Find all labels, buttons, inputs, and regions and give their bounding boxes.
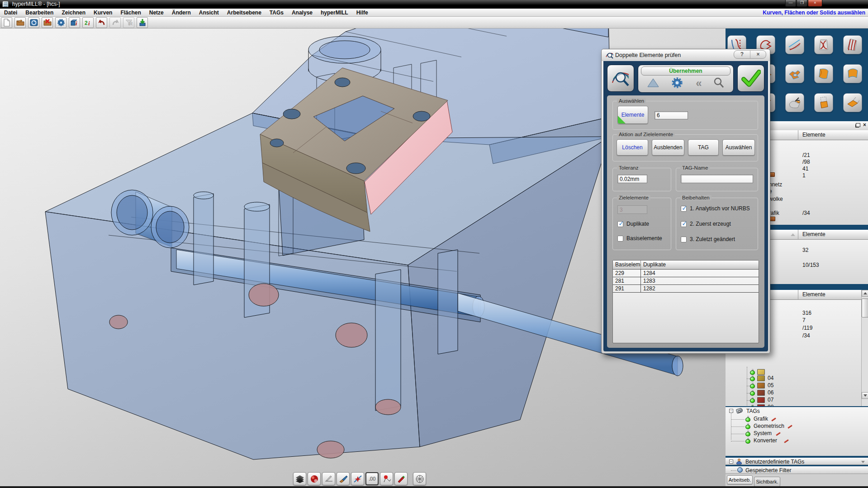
duplikate-checkbox[interactable]: Duplikate bbox=[617, 221, 649, 227]
open-folder-icon[interactable] bbox=[14, 17, 26, 28]
point-path-icon[interactable] bbox=[380, 472, 393, 485]
saved-filters-row[interactable]: Gespeicherte Filter bbox=[726, 466, 868, 474]
dropdown-icon[interactable] bbox=[861, 461, 865, 463]
dialog-search-button[interactable] bbox=[607, 65, 634, 92]
layer-row[interactable]: 04 bbox=[726, 375, 868, 382]
brush-icon[interactable] bbox=[337, 472, 350, 485]
tool-curve-on-surface-icon[interactable] bbox=[785, 35, 804, 54]
undo-icon[interactable] bbox=[96, 17, 107, 28]
list3-col-elemente[interactable]: Elemente bbox=[798, 290, 861, 300]
table-row[interactable]: 281 1283 bbox=[613, 277, 759, 285]
collapse-icon[interactable]: − bbox=[729, 460, 733, 464]
plane-pen-icon[interactable] bbox=[322, 472, 335, 485]
decimal-precision-icon[interactable]: .00 bbox=[365, 472, 379, 485]
tag-row-grafik[interactable]: Grafik bbox=[726, 416, 868, 422]
menu-zeichnen[interactable]: Zeichnen bbox=[57, 9, 90, 17]
menu-tags[interactable]: TAGs bbox=[266, 9, 288, 17]
menu-datei[interactable]: Datei bbox=[0, 9, 21, 17]
checkbox-checked-icon[interactable] bbox=[617, 221, 623, 227]
tag-row-geometrisch[interactable]: Geometrisch bbox=[726, 423, 868, 430]
menu-netze[interactable]: Netze bbox=[145, 9, 168, 17]
maximize-button[interactable]: ❐ bbox=[797, 0, 807, 7]
list3-scrollbar[interactable] bbox=[861, 290, 868, 406]
import-icon[interactable] bbox=[137, 17, 148, 28]
checkbox-checked-icon[interactable] bbox=[681, 206, 687, 212]
table-row[interactable]: 229 1284 bbox=[613, 270, 759, 277]
apply-button[interactable]: Übernehmen bbox=[641, 66, 730, 76]
table-header-duplikate[interactable]: Duplikate bbox=[641, 261, 759, 269]
tag-row-konverter[interactable]: Konverter bbox=[726, 437, 868, 444]
list2-col-elemente[interactable]: Elemente bbox=[798, 230, 868, 240]
table-header-basiselemente[interactable]: Basiselemente bbox=[613, 261, 641, 269]
elemente-button[interactable]: Elemente bbox=[617, 106, 648, 124]
save-disk-icon[interactable] bbox=[28, 17, 39, 28]
auswaehlen-button[interactable]: Auswählen bbox=[722, 139, 755, 156]
edit-pencil-icon[interactable] bbox=[771, 416, 776, 422]
scroll-up-icon[interactable] bbox=[862, 290, 868, 297]
browser-close-icon[interactable]: × bbox=[863, 123, 866, 127]
list1-col-elemente[interactable]: Elemente bbox=[798, 130, 868, 140]
back-chevrons-icon[interactable]: « bbox=[696, 78, 701, 89]
filter-r-icon[interactable]: R bbox=[123, 17, 134, 28]
tagname-field[interactable] bbox=[681, 175, 753, 183]
analytisch-checkbox[interactable]: 1. Analytisch vor NURBS bbox=[681, 205, 750, 212]
dialog-titlebar[interactable]: Doppelte Elemente prüfen ? × bbox=[602, 49, 770, 61]
element-count-field[interactable]: 6 bbox=[655, 111, 688, 119]
layer-row[interactable]: 05 bbox=[726, 382, 868, 389]
menu-aendern[interactable]: Ändern bbox=[168, 9, 195, 17]
minimize-button[interactable]: — bbox=[785, 0, 796, 7]
layer-row[interactable]: 06 bbox=[726, 389, 868, 396]
star-point-icon[interactable] bbox=[351, 472, 364, 485]
edit-pencil-icon[interactable] bbox=[775, 431, 781, 436]
table-row[interactable]: 291 1282 bbox=[613, 285, 759, 293]
material-sphere-icon[interactable] bbox=[308, 472, 321, 485]
tag-row-system[interactable]: System bbox=[726, 430, 868, 437]
tags-tree[interactable]: − TAGs Grafik Geometrisch System bbox=[726, 407, 868, 456]
checkbox-icon[interactable] bbox=[617, 236, 623, 242]
duplicates-table[interactable]: Basiselemente Duplikate 229 1284 281 128… bbox=[612, 260, 759, 343]
zuerst-checkbox[interactable]: 2. Zuerst erzeugt bbox=[681, 221, 731, 227]
menu-flaechen[interactable]: Flächen bbox=[116, 9, 145, 17]
edit-pencil-icon[interactable] bbox=[783, 438, 789, 443]
tool-swept-surface-icon[interactable] bbox=[843, 64, 862, 83]
settings-gear-icon[interactable] bbox=[55, 17, 66, 28]
menu-kurven[interactable]: Kurven bbox=[90, 9, 116, 17]
tags-root-label[interactable]: TAGs bbox=[746, 408, 760, 414]
2d-info-icon[interactable]: 2i bbox=[82, 17, 94, 28]
scroll-down-icon[interactable] bbox=[862, 392, 868, 399]
magnifier-icon[interactable] bbox=[713, 77, 724, 90]
menu-arbeitsebene[interactable]: Arbeitsebene bbox=[223, 9, 266, 17]
tool-extend-surface-icon[interactable] bbox=[843, 93, 862, 112]
loeschen-button[interactable]: Löschen bbox=[617, 139, 648, 156]
gear-icon[interactable] bbox=[671, 77, 683, 90]
layer-row[interactable]: 07 bbox=[726, 397, 868, 403]
edit-pencil-icon[interactable] bbox=[787, 423, 792, 429]
basiselemente-checkbox[interactable]: Basiselemente bbox=[617, 235, 662, 242]
dialog-help-button[interactable]: ? bbox=[734, 51, 750, 58]
tool-trim-scissors-icon[interactable] bbox=[785, 93, 804, 112]
checkbox-checked-icon[interactable] bbox=[681, 221, 687, 227]
layers-icon[interactable] bbox=[293, 472, 306, 485]
checkbox-icon[interactable] bbox=[681, 237, 687, 242]
warning-triangle-icon[interactable] bbox=[647, 78, 659, 89]
tag-button[interactable]: TAG bbox=[688, 139, 719, 156]
wireframe-sphere-icon[interactable] bbox=[413, 472, 426, 485]
toleranz-field[interactable]: 0.02mm bbox=[617, 175, 647, 183]
menu-hilfe[interactable]: Hilfe bbox=[352, 9, 372, 17]
tool-untrim-icon[interactable] bbox=[814, 93, 833, 112]
collapse-icon[interactable]: − bbox=[729, 409, 733, 413]
ok-check-button[interactable] bbox=[737, 65, 764, 92]
ausblenden-button[interactable]: Ausblenden bbox=[652, 139, 684, 156]
tab-arbeitsebene[interactable]: Arbeitseb. bbox=[727, 475, 753, 484]
layer-row-partial[interactable] bbox=[726, 369, 868, 375]
menu-hypermill[interactable]: hyperMILL bbox=[317, 9, 352, 17]
menu-analyse[interactable]: Analyse bbox=[288, 9, 317, 17]
scroll-thumb[interactable] bbox=[862, 298, 868, 317]
zuletzt-checkbox[interactable]: 3. Zuletzt geändert bbox=[681, 236, 735, 242]
layer-row[interactable]: 08 bbox=[726, 404, 868, 406]
tool-curved-sheet-icon[interactable] bbox=[814, 64, 833, 83]
dialog-close-button[interactable]: × bbox=[750, 51, 766, 58]
user-tags-bar[interactable]: − Benutzerdefinierte TAGs bbox=[726, 457, 868, 465]
tab-sichtbarkeit[interactable]: Sichtbark. bbox=[754, 477, 780, 487]
menu-bearbeiten[interactable]: Bearbeiten bbox=[21, 9, 57, 17]
